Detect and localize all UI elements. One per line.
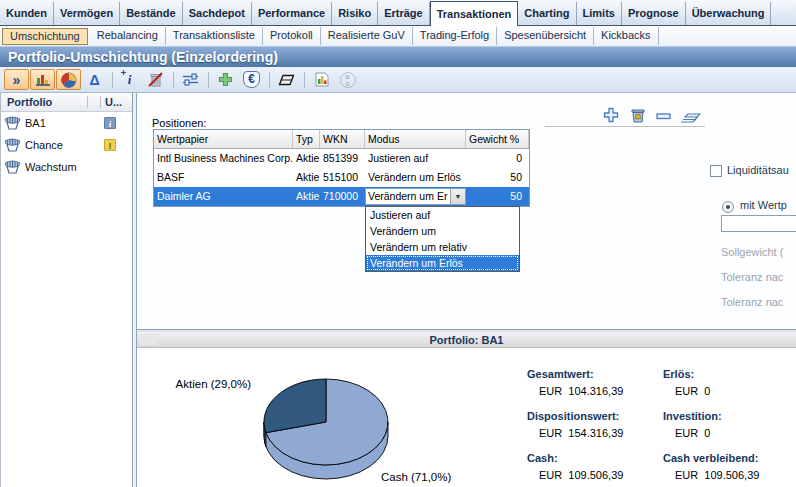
pie-chart-icon bbox=[61, 72, 77, 88]
stat-value: EUR 109.506,39 bbox=[527, 465, 663, 481]
subtab-kickbacks[interactable]: Kickbacks bbox=[594, 27, 659, 45]
u-column-header[interactable]: U... bbox=[100, 96, 132, 108]
trash-crossed-icon bbox=[148, 72, 164, 88]
remove-row-icon[interactable] bbox=[656, 113, 671, 120]
delta-button[interactable]: Δ bbox=[82, 69, 107, 90]
portfolio-column-header[interactable]: Portfolio bbox=[1, 96, 87, 108]
eraser-button[interactable] bbox=[274, 69, 299, 90]
radio-dot bbox=[726, 205, 730, 209]
splitter-grip[interactable] bbox=[140, 334, 156, 345]
cell-gewicht: 0 bbox=[466, 149, 529, 168]
portfolio-sidebar: Portfolio U... BA1 i Chance ! bbox=[0, 93, 133, 487]
subtab-spesenuebersicht[interactable]: Spesenübersicht bbox=[497, 27, 594, 45]
stat-value: EUR 104.316,39 bbox=[527, 381, 663, 397]
delete-all-trash-icon[interactable] bbox=[629, 106, 647, 124]
sub-tab-bar: Umschichtung Rebalancing Transaktionslis… bbox=[0, 26, 796, 46]
portfolio-summary-panel: Portfolio: BA1 Aktien (29,0%) Cash (71,0… bbox=[137, 330, 796, 487]
stat-gesamtwert: Gesamtwert: EUR 104.316,39 bbox=[527, 368, 663, 397]
tab-transaktionen[interactable]: Transaktionen bbox=[430, 1, 519, 26]
bar-chart-icon bbox=[35, 73, 51, 87]
dropdown-option[interactable]: Verändern um relativ bbox=[366, 239, 519, 255]
settings-sliders-button[interactable] bbox=[178, 69, 203, 90]
portfolio-item-ba1[interactable]: BA1 i bbox=[1, 112, 132, 134]
liquiditaet-checkbox[interactable] bbox=[710, 165, 722, 177]
report-button[interactable] bbox=[309, 69, 334, 90]
subtab-rebalancing[interactable]: Rebalancing bbox=[90, 27, 166, 45]
stat-dispositionswert: Dispositionswert: EUR 154.316,39 bbox=[527, 410, 663, 439]
add-row-icon[interactable] bbox=[603, 107, 619, 123]
stat-label: Erlös: bbox=[663, 368, 759, 381]
info-badge-icon: i bbox=[104, 117, 116, 129]
remove-security-button[interactable] bbox=[143, 69, 168, 90]
table-row[interactable]: BASF Aktie 515100 Verändern um Erlös 50 bbox=[154, 168, 529, 187]
col-header-gewicht[interactable]: Gewicht % bbox=[466, 130, 529, 148]
subtab-protokoll[interactable]: Protokoll bbox=[263, 27, 321, 45]
stat-label: Cash: bbox=[527, 452, 663, 465]
tab-performance[interactable]: Performance bbox=[252, 2, 332, 25]
table-row-selected[interactable]: Daimler AG Aktie 710000 Verändern um Er … bbox=[154, 187, 529, 206]
table-header-row: Wertpapier Typ WKN Modus Gewicht % bbox=[154, 130, 529, 149]
tab-risiko[interactable]: Risiko bbox=[332, 2, 378, 25]
cell-modus: Verändern um Erlös bbox=[365, 168, 466, 187]
stat-label: Investition: bbox=[663, 410, 759, 423]
modus-combobox[interactable]: Verändern um Er ▼ bbox=[365, 188, 466, 205]
tab-limits[interactable]: Limits bbox=[577, 2, 622, 25]
portfolio-item-wachstum[interactable]: Wachstum bbox=[1, 156, 132, 178]
col-header-modus[interactable]: Modus bbox=[365, 130, 466, 148]
tab-charting[interactable]: Charting bbox=[518, 2, 576, 25]
cell-wkn: 710000 bbox=[320, 187, 365, 206]
subtab-realisierte-guv[interactable]: Realisierte GuV bbox=[321, 27, 413, 45]
stat-value: EUR 0 bbox=[663, 423, 759, 439]
portfolio-item-label: Wachstum bbox=[25, 161, 104, 173]
combobox-dropdown-button[interactable]: ▼ bbox=[450, 189, 465, 204]
tab-bestaende[interactable]: Bestände bbox=[120, 2, 183, 25]
stat-value: EUR 109.506,39 bbox=[663, 465, 759, 481]
pie-label-aktien: Aktien (29,0%) bbox=[176, 378, 252, 390]
delta-icon: Δ bbox=[89, 73, 99, 87]
col-header-wkn[interactable]: WKN bbox=[320, 130, 365, 148]
tab-ueberwachung[interactable]: Überwachung bbox=[686, 2, 772, 25]
toolbar-separator bbox=[269, 72, 270, 88]
liquiditaet-checkbox-label: Liquiditätsau bbox=[727, 164, 789, 176]
euro-icon: € bbox=[243, 71, 260, 88]
dropdown-option[interactable]: Verändern um bbox=[366, 223, 519, 239]
subtab-umschichtung[interactable]: Umschichtung bbox=[2, 28, 88, 45]
group-divider-line bbox=[545, 126, 705, 127]
subtab-trading-erfolg[interactable]: Trading-Erfolg bbox=[413, 27, 497, 45]
tab-vermoegen[interactable]: Vermögen bbox=[54, 2, 120, 25]
summary-title: Portfolio: BA1 bbox=[430, 334, 504, 346]
dropdown-option[interactable]: Justieren auf bbox=[366, 207, 519, 223]
col-header-wertpapier[interactable]: Wertpapier bbox=[154, 130, 293, 148]
cascade-windows-icon[interactable] bbox=[679, 107, 701, 123]
tab-sachdepot[interactable]: Sachdepot bbox=[183, 2, 252, 25]
dropdown-option-selected[interactable]: Verändern um Erlös bbox=[366, 255, 519, 271]
euro-button[interactable]: € bbox=[239, 69, 264, 90]
col-header-typ[interactable]: Typ bbox=[293, 130, 320, 148]
mit-wert-radio[interactable] bbox=[722, 201, 734, 213]
tab-ertraege[interactable]: Erträge bbox=[378, 2, 430, 25]
content-area: Portfolio U... BA1 i Chance ! bbox=[0, 93, 796, 487]
pie-view-button[interactable] bbox=[56, 69, 81, 90]
tab-kunden[interactable]: Kunden bbox=[0, 2, 54, 25]
mit-wert-radio-label: mit Wertp bbox=[740, 199, 787, 211]
wert-input[interactable] bbox=[721, 215, 796, 232]
cell-typ: Aktie bbox=[293, 168, 320, 187]
subtab-transaktionsliste[interactable]: Transaktionsliste bbox=[166, 27, 263, 45]
add-info-button[interactable]: +i bbox=[117, 69, 142, 90]
cell-typ: Aktie bbox=[293, 149, 320, 168]
tab-prognose[interactable]: Prognose bbox=[622, 2, 686, 25]
portfolio-basket-icon bbox=[4, 160, 21, 174]
toolbar-separator bbox=[112, 72, 113, 88]
combobox-value: Verändern um Er bbox=[366, 187, 450, 206]
table-row[interactable]: Intl Business Machines Corp. Aktie 85139… bbox=[154, 149, 529, 168]
portfolio-item-chance[interactable]: Chance ! bbox=[1, 134, 132, 156]
portfolio-list-header: Portfolio U... bbox=[1, 93, 132, 112]
toolbar-separator bbox=[173, 72, 174, 88]
positions-table: Wertpapier Typ WKN Modus Gewicht % Intl … bbox=[153, 129, 530, 207]
cell-gewicht: 50 bbox=[466, 187, 529, 206]
expand-chevrons-button[interactable]: » bbox=[4, 69, 29, 90]
chart-view-button[interactable] bbox=[30, 69, 55, 90]
cell-wertpapier: Daimler AG bbox=[154, 187, 293, 206]
add-position-button[interactable] bbox=[213, 69, 238, 90]
chevron-down-icon: ▼ bbox=[455, 187, 462, 206]
